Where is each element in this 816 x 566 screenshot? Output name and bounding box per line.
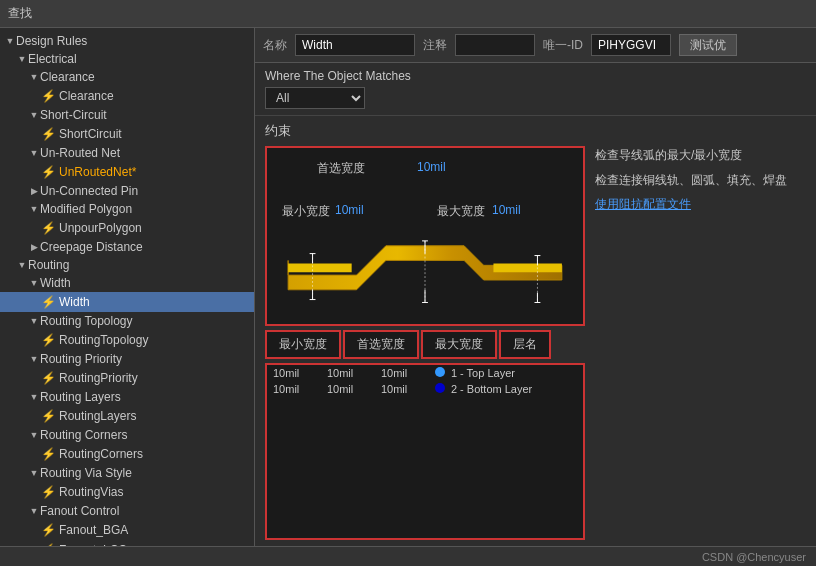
tree-polygon-item[interactable]: ⚡ UnpourPolygon: [0, 218, 254, 238]
tree-root[interactable]: ▼ Design Rules: [0, 32, 254, 50]
layer-color-dot: [435, 383, 445, 393]
layer-color-dot: [435, 367, 445, 377]
tree-electrical[interactable]: ▼ Electrical: [0, 50, 254, 68]
bottom-bar-text: CSDN @Chencyuser: [702, 551, 806, 563]
layer-row: 10mil 10mil 10mil 1 - Top Layer: [267, 365, 583, 381]
tree-fanout-bga[interactable]: ⚡ Fanout_BGA: [0, 520, 254, 540]
tree-routing-layers-group[interactable]: ▼ Routing Layers: [0, 388, 254, 406]
tree-unconnected-group[interactable]: ▶ Un-Connected Pin: [0, 182, 254, 200]
layer-max: 10mil: [375, 381, 429, 397]
layer-min: 10mil: [267, 381, 321, 397]
constraint-section: 约束 首选宽度 10mil 最小宽度 10mil 最大宽度 10mil: [255, 116, 816, 546]
polygon-icon: ⚡: [40, 220, 56, 236]
min-value: 10mil: [335, 203, 364, 217]
tree-routing-priority-item[interactable]: ⚡ RoutingPriority: [0, 368, 254, 388]
where-dropdown[interactable]: All: [265, 87, 365, 109]
tree-routing-topology-group[interactable]: ▼ Routing Topology: [0, 312, 254, 330]
right-header: 名称 注释 唯一-ID 测试优: [255, 28, 816, 63]
min-label: 最小宽度: [282, 203, 330, 220]
unrouted-expand: ▼: [28, 147, 40, 159]
where-title: Where The Object Matches: [265, 69, 806, 83]
fbga-icon: ⚡: [40, 522, 56, 538]
rl-label: RoutingLayers: [59, 409, 136, 423]
routing-label: Routing: [28, 258, 69, 272]
width-icon: ⚡: [40, 294, 56, 310]
right-info: 检查导线弧的最大/最小宽度 检查连接铜线轨、圆弧、填充、焊盘 使用阻抗配置文件: [595, 146, 806, 540]
tree-unrouted-group[interactable]: ▼ Un-Routed Net: [0, 144, 254, 162]
toolbar: 查找: [0, 0, 816, 28]
layer-name-text: 2 - Bottom Layer: [451, 383, 532, 395]
note-input[interactable]: [455, 34, 535, 56]
rp-label: RoutingPriority: [59, 371, 138, 385]
tree-routing-priority-group[interactable]: ▼ Routing Priority: [0, 350, 254, 368]
min-width-button[interactable]: 最小宽度: [265, 330, 341, 359]
tree-root-label: Design Rules: [16, 34, 87, 48]
unique-id-label: 唯一-ID: [543, 37, 583, 54]
width-visual: 首选宽度 10mil 最小宽度 10mil 最大宽度 10mil: [265, 146, 585, 326]
rv-label: RoutingVias: [59, 485, 124, 499]
left-panel[interactable]: ▼ Design Rules ▼ Electrical ▼ Clearance …: [0, 28, 255, 546]
rp-group-label: Routing Priority: [40, 352, 122, 366]
unconnected-expand: ▶: [28, 185, 40, 197]
fanout-group-label: Fanout Control: [40, 504, 119, 518]
tree-creepage-group[interactable]: ▶ Creepage Distance: [0, 238, 254, 256]
tree-polygon-group[interactable]: ▼ Modified Polygon: [0, 200, 254, 218]
max-width-button[interactable]: 最大宽度: [421, 330, 497, 359]
impedance-link[interactable]: 使用阻抗配置文件: [595, 196, 806, 213]
test-button[interactable]: 测试优: [679, 34, 737, 56]
info-line2: 检查连接铜线轨、圆弧、填充、焊盘: [595, 171, 806, 190]
width-item-label: Width: [59, 295, 90, 309]
layer-name-text: 1 - Top Layer: [451, 367, 515, 379]
routing-expand: ▼: [16, 259, 28, 271]
layer-min: 10mil: [267, 365, 321, 381]
tree-clearance-item[interactable]: ⚡ Clearance: [0, 86, 254, 106]
tree-clearance-group[interactable]: ▼ Clearance: [0, 68, 254, 86]
layer-max: 10mil: [375, 365, 429, 381]
fbga-label: Fanout_BGA: [59, 523, 128, 537]
rp-icon: ⚡: [40, 370, 56, 386]
preferred-width-button[interactable]: 首选宽度: [343, 330, 419, 359]
sc-icon: ⚡: [40, 126, 56, 142]
tree-fanout-group[interactable]: ▼ Fanout Control: [0, 502, 254, 520]
layer-row: 10mil 10mil 10mil 2 - Bottom Layer: [267, 381, 583, 397]
tree-routing-corners-group[interactable]: ▼ Routing Corners: [0, 426, 254, 444]
tree-shortcircuit-group[interactable]: ▼ Short-Circuit: [0, 106, 254, 124]
rc-label: RoutingCorners: [59, 447, 143, 461]
tree-shortcircuit-item[interactable]: ⚡ ShortCircuit: [0, 124, 254, 144]
tree-routing-via-group[interactable]: ▼ Routing Via Style: [0, 464, 254, 482]
max-value: 10mil: [492, 203, 521, 217]
tree-unrouted-item[interactable]: ⚡ UnRoutedNet*: [0, 162, 254, 182]
rp-expand: ▼: [28, 353, 40, 365]
info-line1: 检查导线弧的最大/最小宽度: [595, 146, 806, 165]
bottom-bar: CSDN @Chencyuser: [0, 546, 816, 566]
constraint-body: 首选宽度 10mil 最小宽度 10mil 最大宽度 10mil: [265, 146, 806, 540]
rv-group-label: Routing Via Style: [40, 466, 132, 480]
tree-routing[interactable]: ▼ Routing: [0, 256, 254, 274]
sc-group-label: Short-Circuit: [40, 108, 107, 122]
layer-name-button[interactable]: 层名: [499, 330, 551, 359]
tree-width-group[interactable]: ▼ Width: [0, 274, 254, 292]
width-group-label: Width: [40, 276, 71, 290]
sc-expand: ▼: [28, 109, 40, 121]
layer-preferred: 10mil: [321, 381, 375, 397]
rt-expand: ▼: [28, 315, 40, 327]
unrouted-label: UnRoutedNet*: [59, 165, 136, 179]
unique-id-input[interactable]: [591, 34, 671, 56]
tree-routing-corners-item[interactable]: ⚡ RoutingCorners: [0, 444, 254, 464]
layer-table: 10mil 10mil 10mil 1 - Top Layer 10mil 10…: [265, 363, 585, 540]
clearance-group-expand: ▼: [28, 71, 40, 83]
rt-group-label: Routing Topology: [40, 314, 133, 328]
name-input[interactable]: [295, 34, 415, 56]
fanout-expand: ▼: [28, 505, 40, 517]
creepage-label: Creepage Distance: [40, 240, 143, 254]
tree-width-item[interactable]: ⚡ Width: [0, 292, 254, 312]
rc-icon: ⚡: [40, 446, 56, 462]
tree-routing-topology-item[interactable]: ⚡ RoutingTopology: [0, 330, 254, 350]
tree-routing-via-item[interactable]: ⚡ RoutingVias: [0, 482, 254, 502]
rl-icon: ⚡: [40, 408, 56, 424]
layer-name-cell: 1 - Top Layer: [429, 365, 583, 381]
name-label: 名称: [263, 37, 287, 54]
tree-routing-layers-item[interactable]: ⚡ RoutingLayers: [0, 406, 254, 426]
preferred-value: 10mil: [417, 160, 446, 174]
clearance-icon: ⚡: [40, 88, 56, 104]
